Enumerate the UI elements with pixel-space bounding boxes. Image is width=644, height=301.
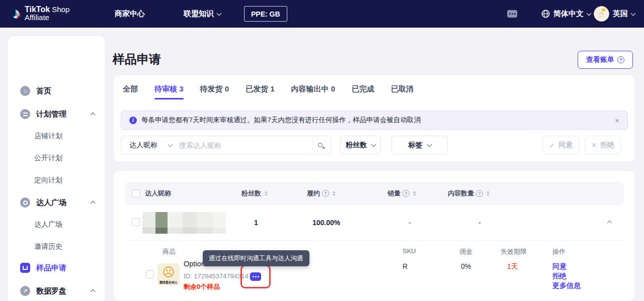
sidebar-item-open-plan[interactable]: 公开计划 <box>8 153 105 164</box>
sku-label: SKU <box>403 247 416 255</box>
sidebar-item-data-compass[interactable]: ↗ 数据罗盘 <box>8 284 105 297</box>
chevron-down-icon <box>427 142 432 147</box>
sort-icon[interactable] <box>413 191 416 196</box>
sample-icon <box>20 263 30 273</box>
redacted-creator-name <box>142 212 226 234</box>
nav-item-seller-center[interactable]: 商家中心 <box>115 0 145 28</box>
sidebar: ⌂ 首页 计划管理 店铺计划 公开计划 定向计划 达人广场 达人广场 邀请历史 <box>8 36 105 301</box>
chevron-up-icon <box>91 113 96 118</box>
view-bill-button[interactable]: 查看账单 ? <box>578 51 633 69</box>
crying-face-image: ☹ <box>162 265 175 280</box>
row-sales-value: - <box>409 219 411 227</box>
creator-icon <box>20 197 30 208</box>
sidebar-item-home[interactable]: ⌂ 首页 <box>8 84 105 97</box>
column-creator-name: 达人昵称 <box>145 189 171 198</box>
check-icon: ✓ <box>549 141 555 149</box>
tags-filter-dropdown[interactable]: 标签 <box>391 136 448 154</box>
sidebar-item-creator-marketplace[interactable]: 达人广场 <box>8 196 105 209</box>
product-image[interactable]: ☹ 我没惹任何人 <box>157 263 180 285</box>
chat-icon <box>507 10 517 18</box>
product-checkbox[interactable] <box>146 270 154 278</box>
sidebar-item-sample-request[interactable]: 样品申请 <box>8 261 105 274</box>
sort-icon[interactable] <box>487 191 490 196</box>
actions-label: 操作 <box>552 247 566 256</box>
chevron-down-icon <box>587 11 592 16</box>
tab-cancelled[interactable]: 已取消 <box>391 84 414 99</box>
sidebar-item-target-plan[interactable]: 定向计划 <box>8 175 105 186</box>
sidebar-item-creator-marketplace-sub[interactable]: 达人广场 <box>8 219 105 230</box>
sort-icon[interactable] <box>265 191 268 196</box>
divider <box>312 141 313 150</box>
reject-link[interactable]: 拒绝 <box>552 272 567 281</box>
approve-link[interactable]: 同意 <box>552 262 567 271</box>
info-icon: i <box>129 117 137 124</box>
row-checkbox[interactable] <box>132 218 140 226</box>
chevron-up-icon <box>91 201 96 206</box>
tab-content-in-progress[interactable]: 内容输出中 0 <box>291 84 336 99</box>
expiry-value: 1天 <box>507 262 518 271</box>
commission-value: 0% <box>461 262 471 270</box>
data-icon: ↗ <box>20 286 30 296</box>
tab-pending-review[interactable]: 待审核 3 <box>154 84 184 99</box>
search-category-select[interactable]: 达人昵称 <box>121 141 179 150</box>
tab-completed[interactable]: 已完成 <box>352 84 374 99</box>
messages-button[interactable] <box>507 0 517 28</box>
sidebar-item-shop-plan[interactable]: 店铺计划 <box>8 131 105 142</box>
info-banner: i 每条申请您都有7天时间来审核通过。如果7天内您没有进行任何操作，样品申请会被… <box>121 111 628 130</box>
chevron-up-icon <box>91 289 96 294</box>
creator-search: 达人昵称 <box>121 136 331 154</box>
column-content-count[interactable]: 内容数量 ? <box>448 189 490 198</box>
close-icon[interactable]: × <box>615 116 619 125</box>
sort-icon[interactable] <box>333 191 336 196</box>
region-badge[interactable]: PPE: GB <box>244 6 287 22</box>
language-selector[interactable]: 简体中文 <box>541 0 591 28</box>
product-label: 商品 <box>163 247 176 256</box>
chevron-down-icon <box>168 142 173 147</box>
chevron-down-icon <box>631 11 636 16</box>
sidebar-item-invite-history[interactable]: 邀请历史 <box>8 241 105 252</box>
bulk-approve-button[interactable]: ✓ 同意 <box>542 136 580 154</box>
logo-text: TikTok Shop Affiliate <box>25 6 69 22</box>
expiry-label: 失效期限 <box>501 247 527 256</box>
banner-text: 每条申请您都有7天时间来审核通过。如果7天内您没有进行任何操作，样品申请会被自动… <box>141 116 610 125</box>
search-input[interactable] <box>179 141 312 149</box>
tiktok-note-icon: ♪ <box>13 4 21 23</box>
commission-label: 佣金 <box>459 247 472 256</box>
chevron-down-icon <box>371 142 376 147</box>
home-icon: ⌂ <box>20 86 30 96</box>
help-icon: ? <box>322 190 329 197</box>
table-header: 达人昵称 粉丝数 履约 ? 销量 ? 内容数量 ? <box>125 182 624 205</box>
select-all-checkbox[interactable] <box>132 189 140 197</box>
column-followers[interactable]: 粉丝数 <box>242 189 268 198</box>
tab-to-ship[interactable]: 待发货 0 <box>200 84 229 99</box>
chat-tooltip: 通过在线即时沟通工具与达人沟通 <box>203 250 309 266</box>
column-fulfillment[interactable]: 履约 ? <box>307 189 336 198</box>
app-logo[interactable]: ♪ TikTok Shop Affiliate <box>13 4 69 23</box>
row-content-count-value: - <box>478 219 481 227</box>
help-icon: ? <box>617 56 624 63</box>
column-sales[interactable]: 销量 ? <box>387 189 416 198</box>
nav-item-affiliate-academy[interactable]: 联盟知识 <box>184 0 221 28</box>
chevron-down-icon <box>217 11 222 16</box>
search-icon[interactable] <box>318 143 323 147</box>
tab-shipped[interactable]: 已发货 1 <box>246 84 275 99</box>
highlight-box <box>240 265 271 288</box>
tiktok-shop-affiliate-app: ♪ TikTok Shop Affiliate 商家中心 联盟知识 PPE: G… <box>0 0 644 301</box>
avatar: ☝ <box>594 6 609 22</box>
divider <box>125 240 624 241</box>
globe-icon <box>541 10 550 18</box>
status-tabs: 全部 待审核 3 待发货 0 已发货 1 内容输出中 0 已完成 已取消 <box>123 84 414 99</box>
followers-filter-dropdown[interactable]: 粉丝数 <box>340 136 381 154</box>
remaining-samples: 剩余0个样品 <box>184 282 220 291</box>
tab-all[interactable]: 全部 <box>123 84 138 99</box>
x-icon: ✕ <box>591 141 597 149</box>
instant-message-icon[interactable] <box>250 272 261 281</box>
top-navbar: ♪ TikTok Shop Affiliate 商家中心 联盟知识 PPE: G… <box>0 0 644 28</box>
sidebar-item-plan-management[interactable]: 计划管理 <box>8 108 105 121</box>
row-fulfillment-value: 100.00% <box>312 219 340 227</box>
page-title: 样品申请 <box>113 51 161 67</box>
more-info-link[interactable]: 更多信息 <box>552 281 581 290</box>
plan-icon <box>20 109 30 119</box>
account-selector[interactable]: ☝ 英国 <box>594 0 635 28</box>
bulk-reject-button[interactable]: ✕ 拒绝 <box>585 136 621 154</box>
